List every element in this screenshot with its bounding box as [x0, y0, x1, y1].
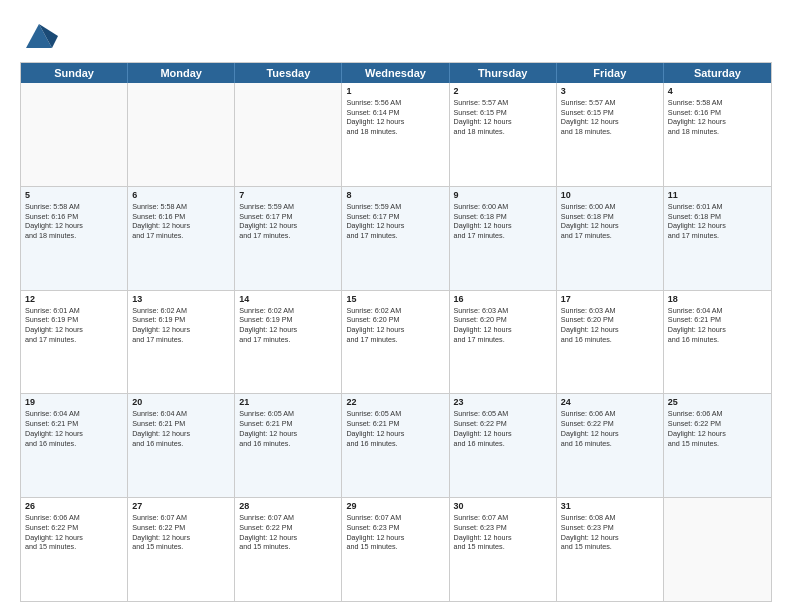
day-cell-18: 18Sunrise: 6:04 AM Sunset: 6:21 PM Dayli…	[664, 291, 771, 394]
day-number: 11	[668, 190, 767, 200]
day-info: Sunrise: 5:58 AM Sunset: 6:16 PM Dayligh…	[132, 202, 230, 241]
day-info: Sunrise: 6:03 AM Sunset: 6:20 PM Dayligh…	[454, 306, 552, 345]
day-info: Sunrise: 6:07 AM Sunset: 6:23 PM Dayligh…	[346, 513, 444, 552]
day-cell-7: 7Sunrise: 5:59 AM Sunset: 6:17 PM Daylig…	[235, 187, 342, 290]
day-info: Sunrise: 6:02 AM Sunset: 6:19 PM Dayligh…	[132, 306, 230, 345]
day-info: Sunrise: 6:03 AM Sunset: 6:20 PM Dayligh…	[561, 306, 659, 345]
day-info: Sunrise: 6:04 AM Sunset: 6:21 PM Dayligh…	[132, 409, 230, 448]
weekday-header-saturday: Saturday	[664, 63, 771, 83]
day-number: 15	[346, 294, 444, 304]
day-info: Sunrise: 6:04 AM Sunset: 6:21 PM Dayligh…	[668, 306, 767, 345]
weekday-header-thursday: Thursday	[450, 63, 557, 83]
calendar: SundayMondayTuesdayWednesdayThursdayFrid…	[20, 62, 772, 602]
day-info: Sunrise: 6:06 AM Sunset: 6:22 PM Dayligh…	[25, 513, 123, 552]
day-info: Sunrise: 5:59 AM Sunset: 6:17 PM Dayligh…	[346, 202, 444, 241]
weekday-header-wednesday: Wednesday	[342, 63, 449, 83]
day-number: 1	[346, 86, 444, 96]
logo	[20, 16, 58, 54]
day-info: Sunrise: 6:02 AM Sunset: 6:20 PM Dayligh…	[346, 306, 444, 345]
day-cell-27: 27Sunrise: 6:07 AM Sunset: 6:22 PM Dayli…	[128, 498, 235, 601]
day-cell-31: 31Sunrise: 6:08 AM Sunset: 6:23 PM Dayli…	[557, 498, 664, 601]
day-number: 16	[454, 294, 552, 304]
empty-cell	[128, 83, 235, 186]
day-number: 31	[561, 501, 659, 511]
day-number: 6	[132, 190, 230, 200]
day-cell-23: 23Sunrise: 6:05 AM Sunset: 6:22 PM Dayli…	[450, 394, 557, 497]
day-cell-30: 30Sunrise: 6:07 AM Sunset: 6:23 PM Dayli…	[450, 498, 557, 601]
day-cell-20: 20Sunrise: 6:04 AM Sunset: 6:21 PM Dayli…	[128, 394, 235, 497]
day-info: Sunrise: 5:57 AM Sunset: 6:15 PM Dayligh…	[561, 98, 659, 137]
day-cell-3: 3Sunrise: 5:57 AM Sunset: 6:15 PM Daylig…	[557, 83, 664, 186]
day-info: Sunrise: 6:01 AM Sunset: 6:18 PM Dayligh…	[668, 202, 767, 241]
day-number: 28	[239, 501, 337, 511]
logo-icon	[20, 16, 58, 54]
day-info: Sunrise: 6:05 AM Sunset: 6:21 PM Dayligh…	[346, 409, 444, 448]
day-info: Sunrise: 5:57 AM Sunset: 6:15 PM Dayligh…	[454, 98, 552, 137]
day-number: 9	[454, 190, 552, 200]
day-info: Sunrise: 6:07 AM Sunset: 6:22 PM Dayligh…	[239, 513, 337, 552]
weekday-header-monday: Monday	[128, 63, 235, 83]
day-number: 23	[454, 397, 552, 407]
day-cell-6: 6Sunrise: 5:58 AM Sunset: 6:16 PM Daylig…	[128, 187, 235, 290]
empty-cell	[664, 498, 771, 601]
day-cell-26: 26Sunrise: 6:06 AM Sunset: 6:22 PM Dayli…	[21, 498, 128, 601]
day-number: 22	[346, 397, 444, 407]
day-info: Sunrise: 5:58 AM Sunset: 6:16 PM Dayligh…	[25, 202, 123, 241]
day-cell-1: 1Sunrise: 5:56 AM Sunset: 6:14 PM Daylig…	[342, 83, 449, 186]
day-cell-16: 16Sunrise: 6:03 AM Sunset: 6:20 PM Dayli…	[450, 291, 557, 394]
day-cell-13: 13Sunrise: 6:02 AM Sunset: 6:19 PM Dayli…	[128, 291, 235, 394]
day-number: 8	[346, 190, 444, 200]
day-number: 14	[239, 294, 337, 304]
calendar-row-5: 26Sunrise: 6:06 AM Sunset: 6:22 PM Dayli…	[21, 498, 771, 601]
day-number: 19	[25, 397, 123, 407]
empty-cell	[21, 83, 128, 186]
calendar-body: 1Sunrise: 5:56 AM Sunset: 6:14 PM Daylig…	[21, 83, 771, 601]
calendar-row-2: 5Sunrise: 5:58 AM Sunset: 6:16 PM Daylig…	[21, 187, 771, 291]
day-cell-12: 12Sunrise: 6:01 AM Sunset: 6:19 PM Dayli…	[21, 291, 128, 394]
day-number: 10	[561, 190, 659, 200]
day-cell-24: 24Sunrise: 6:06 AM Sunset: 6:22 PM Dayli…	[557, 394, 664, 497]
day-number: 3	[561, 86, 659, 96]
weekday-header-friday: Friday	[557, 63, 664, 83]
day-cell-29: 29Sunrise: 6:07 AM Sunset: 6:23 PM Dayli…	[342, 498, 449, 601]
weekday-header-tuesday: Tuesday	[235, 63, 342, 83]
day-number: 27	[132, 501, 230, 511]
day-number: 21	[239, 397, 337, 407]
day-number: 29	[346, 501, 444, 511]
day-info: Sunrise: 6:00 AM Sunset: 6:18 PM Dayligh…	[561, 202, 659, 241]
day-number: 17	[561, 294, 659, 304]
day-info: Sunrise: 6:06 AM Sunset: 6:22 PM Dayligh…	[561, 409, 659, 448]
day-number: 18	[668, 294, 767, 304]
day-number: 2	[454, 86, 552, 96]
day-cell-4: 4Sunrise: 5:58 AM Sunset: 6:16 PM Daylig…	[664, 83, 771, 186]
day-number: 5	[25, 190, 123, 200]
day-number: 7	[239, 190, 337, 200]
day-info: Sunrise: 6:07 AM Sunset: 6:22 PM Dayligh…	[132, 513, 230, 552]
day-info: Sunrise: 6:06 AM Sunset: 6:22 PM Dayligh…	[668, 409, 767, 448]
day-number: 13	[132, 294, 230, 304]
day-cell-22: 22Sunrise: 6:05 AM Sunset: 6:21 PM Dayli…	[342, 394, 449, 497]
calendar-row-1: 1Sunrise: 5:56 AM Sunset: 6:14 PM Daylig…	[21, 83, 771, 187]
day-info: Sunrise: 6:02 AM Sunset: 6:19 PM Dayligh…	[239, 306, 337, 345]
day-info: Sunrise: 5:58 AM Sunset: 6:16 PM Dayligh…	[668, 98, 767, 137]
calendar-header: SundayMondayTuesdayWednesdayThursdayFrid…	[21, 63, 771, 83]
day-cell-2: 2Sunrise: 5:57 AM Sunset: 6:15 PM Daylig…	[450, 83, 557, 186]
day-info: Sunrise: 6:05 AM Sunset: 6:21 PM Dayligh…	[239, 409, 337, 448]
day-info: Sunrise: 5:59 AM Sunset: 6:17 PM Dayligh…	[239, 202, 337, 241]
weekday-header-sunday: Sunday	[21, 63, 128, 83]
day-number: 4	[668, 86, 767, 96]
day-number: 30	[454, 501, 552, 511]
day-cell-14: 14Sunrise: 6:02 AM Sunset: 6:19 PM Dayli…	[235, 291, 342, 394]
header	[20, 16, 772, 54]
day-cell-25: 25Sunrise: 6:06 AM Sunset: 6:22 PM Dayli…	[664, 394, 771, 497]
day-cell-15: 15Sunrise: 6:02 AM Sunset: 6:20 PM Dayli…	[342, 291, 449, 394]
day-number: 24	[561, 397, 659, 407]
day-cell-11: 11Sunrise: 6:01 AM Sunset: 6:18 PM Dayli…	[664, 187, 771, 290]
calendar-row-4: 19Sunrise: 6:04 AM Sunset: 6:21 PM Dayli…	[21, 394, 771, 498]
day-cell-21: 21Sunrise: 6:05 AM Sunset: 6:21 PM Dayli…	[235, 394, 342, 497]
empty-cell	[235, 83, 342, 186]
day-number: 26	[25, 501, 123, 511]
day-cell-19: 19Sunrise: 6:04 AM Sunset: 6:21 PM Dayli…	[21, 394, 128, 497]
day-info: Sunrise: 6:04 AM Sunset: 6:21 PM Dayligh…	[25, 409, 123, 448]
day-number: 12	[25, 294, 123, 304]
